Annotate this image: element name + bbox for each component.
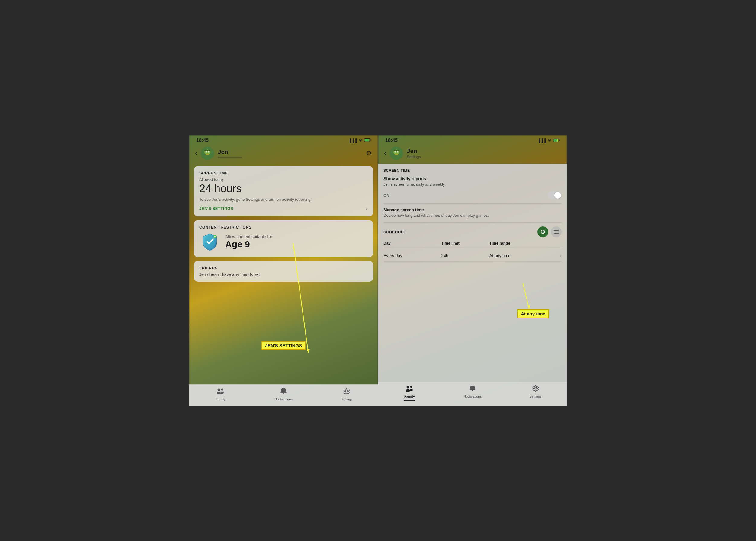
on-toggle-row: ON (383, 192, 561, 199)
screen-time-note: To see Jen's activity, go to Settings an… (199, 197, 368, 202)
svg-point-16 (346, 390, 348, 392)
right-screen: 18:45 ▐▐▐ ‹ (378, 135, 567, 406)
schedule-title: SCHEDULE (383, 230, 406, 234)
divider-1 (383, 204, 561, 204)
svg-point-13 (217, 392, 221, 394)
content-card-inner: Allow content suitable for Age 9 (199, 231, 368, 253)
svg-point-14 (221, 388, 224, 391)
right-status-bar: 18:45 ▐▐▐ (378, 135, 567, 144)
right-title-group: Jen Settings (407, 148, 561, 159)
svg-point-28 (397, 152, 398, 152)
svg-point-36 (406, 389, 410, 391)
screen-time-hours: 24 hours (199, 182, 368, 195)
svg-point-7 (206, 152, 207, 152)
right-notifications-icon (469, 385, 475, 393)
toggle-knob (554, 192, 561, 199)
right-settings-label: Settings (529, 394, 542, 398)
right-subtitle: Settings (407, 155, 561, 159)
manage-screen-time-row: Manage screen time Decide how long and w… (383, 208, 561, 218)
row-limit: 24h (441, 253, 489, 258)
svg-point-38 (410, 389, 413, 391)
schedule-list-btn[interactable] (551, 227, 561, 237)
show-activity-desc: Jen's screen time, daily and weekly. (383, 182, 561, 187)
tab-active-indicator (404, 400, 415, 401)
content-text-group: Allow content suitable for Age 9 (225, 234, 368, 250)
show-activity-title: Show activity reports (383, 176, 561, 181)
right-tab-family[interactable]: Family (378, 385, 441, 401)
right-tab-settings[interactable]: Settings (504, 385, 567, 401)
left-tab-family[interactable]: Family (189, 388, 252, 401)
settings-icon (343, 388, 350, 396)
content-restrictions-card: CONTENT RESTRICTIONS (194, 220, 373, 257)
right-family-label: Family (404, 394, 415, 398)
right-battery-icon (553, 138, 560, 143)
svg-rect-2 (365, 139, 369, 141)
content-allow-label: Allow content suitable for (225, 234, 368, 239)
svg-point-8 (208, 152, 209, 152)
left-name-bar (218, 157, 242, 159)
screen-time-title: SCREEN TIME (199, 171, 368, 176)
friends-card: FRIENDS Jen doesn't have any friends yet (194, 261, 373, 282)
svg-rect-1 (370, 139, 371, 141)
right-tab-bar: Family Notifications (378, 382, 567, 406)
svg-point-27 (395, 152, 395, 152)
right-wifi-icon (547, 138, 552, 143)
content-age-label: Age 9 (225, 239, 368, 250)
right-signal-icon: ▐▐▐ (537, 138, 546, 143)
friends-text: Jen doesn't have any friends yet (199, 272, 368, 277)
schedule-table-header: Day Time limit Time range (383, 241, 561, 248)
left-family-label: Family (216, 397, 225, 401)
right-avatar (390, 147, 403, 160)
schedule-row-1[interactable]: Every day 24h At any time › (383, 250, 561, 262)
schedule-buttons (537, 227, 561, 237)
right-tab-notifications[interactable]: Notifications (441, 385, 504, 401)
settings-section-title: SCREEN TIME (383, 169, 561, 173)
svg-point-35 (407, 386, 409, 388)
svg-rect-21 (554, 139, 557, 142)
show-activity-row: Show activity reports Jen's screen time,… (383, 176, 561, 187)
right-header: ‹ Jen Settings (378, 144, 567, 164)
right-user-name: Jen (407, 148, 561, 155)
jens-settings-link[interactable]: JEN'S SETTINGS › (199, 205, 368, 212)
svg-point-39 (534, 387, 536, 389)
left-tab-bar: Family Notifications (189, 384, 378, 406)
right-family-icon (405, 385, 413, 393)
family-icon (217, 388, 224, 396)
notifications-icon (281, 388, 287, 396)
right-content: 18:45 ▐▐▐ ‹ (378, 135, 567, 406)
friends-title: FRIENDS (199, 266, 368, 270)
left-settings-label: Settings (341, 397, 353, 401)
svg-point-15 (221, 391, 224, 394)
row-range: At any time › (489, 253, 561, 259)
screen-time-card: SCREEN TIME Allowed today 24 hours To se… (194, 166, 373, 217)
left-gear-button[interactable]: ⚙ (366, 150, 372, 157)
left-time: 18:45 (196, 138, 209, 143)
right-back-button[interactable]: ‹ (384, 150, 386, 157)
content-title: CONTENT RESTRICTIONS (199, 225, 368, 230)
left-title-group: Jen (218, 149, 362, 159)
svg-line-31 (543, 232, 544, 233)
right-status-icons: ▐▐▐ (537, 138, 560, 143)
right-settings-icon (532, 385, 539, 393)
left-tab-settings[interactable]: Settings (315, 388, 378, 401)
shield-icon (199, 231, 220, 253)
left-back-button[interactable]: ‹ (195, 150, 197, 157)
svg-rect-20 (559, 140, 560, 141)
left-notifications-label: Notifications (275, 397, 293, 401)
left-status-bar: 18:45 ▐▐▐ (189, 135, 378, 144)
jens-settings-label: JEN'S SETTINGS (199, 206, 233, 211)
settings-main-area: SCREEN TIME Show activity reports Jen's … (378, 164, 567, 382)
svg-rect-22 (557, 139, 558, 142)
right-time: 18:45 (385, 138, 397, 143)
divider-2 (383, 223, 561, 223)
col-day-header: Day (383, 241, 441, 246)
svg-point-12 (218, 388, 220, 391)
left-tab-notifications[interactable]: Notifications (252, 388, 315, 401)
screens-container: 18:45 ▐▐▐ ‹ (189, 135, 567, 406)
right-notifications-label: Notifications (463, 394, 481, 398)
schedule-circle-btn[interactable] (537, 227, 548, 237)
on-label: ON (383, 193, 389, 198)
toggle-switch[interactable] (548, 192, 561, 199)
left-screen: 18:45 ▐▐▐ ‹ (189, 135, 378, 406)
row-chevron-icon: › (560, 253, 561, 259)
